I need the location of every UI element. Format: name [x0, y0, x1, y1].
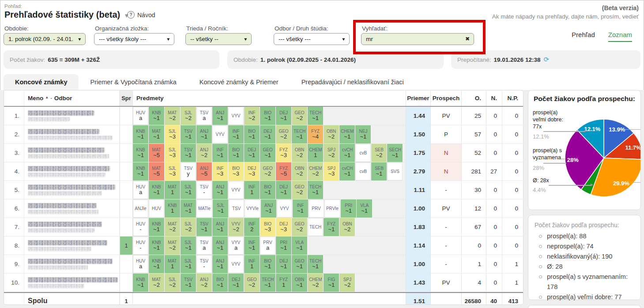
- subject-chip-SECH: SECH~1: [387, 144, 403, 162]
- subject-grade: -: [139, 245, 141, 251]
- subject-grade: ~1: [217, 189, 223, 195]
- result-cell: PV: [430, 274, 461, 292]
- np-cell: 0: [502, 144, 523, 162]
- table-row[interactable]: 4.KNB~1MAT~5SJL~3TSVyANJ~5INF~3BIO~3DEJ~…: [4, 162, 523, 181]
- subject-chip-TSV: TSVy: [181, 162, 196, 180]
- tab-3[interactable]: Koncové známky & Priemer: [188, 74, 290, 90]
- subject-chip-VYV: VYV: [212, 125, 228, 143]
- next-card-partial: [528, 305, 641, 308]
- table-row[interactable]: 10.KNB~1MAT~2SJL~2TSV~1ANJ~2BIO~1DEJ~1GE…: [4, 274, 523, 292]
- subject-chip-TSV: TSV-: [196, 255, 212, 273]
- n-cell: 0: [486, 125, 502, 143]
- odbor-scribble: [28, 284, 84, 288]
- stats-list-item: Ø: 28: [538, 262, 636, 272]
- view-option-zoznam[interactable]: Zoznam: [608, 31, 632, 42]
- table-row[interactable]: 6.ANJleHUVKNB1MAT~1MATleSJL~1TSVVYVleANJ…: [4, 199, 523, 218]
- subject-grade: ~3: [249, 171, 255, 177]
- name-scribble: [28, 203, 96, 208]
- name-scribble: [28, 259, 112, 264]
- anonymized-name: [28, 129, 119, 140]
- subject-chip-SJL: SJL~3: [165, 144, 180, 162]
- col-header-rownum: [4, 90, 24, 106]
- table-row[interactable]: 8.1HUV-KNB~1MAT~2SJL~1TSVaANJ~1VYVaINF~1…: [4, 237, 523, 255]
- subject-chip-CHEM: CHEM~2: [308, 274, 323, 292]
- filter-select-obdobie[interactable]: 1. polrok (02.09. - 24.01.▼: [4, 33, 86, 45]
- select-value-odbor-druh-studia: --- všetky ---: [274, 36, 338, 42]
- spr-cell: [120, 181, 133, 199]
- arrow-right-icon: [584, 130, 587, 132]
- subject-grade: ~1: [249, 134, 255, 140]
- view-option-prehlad[interactable]: Prehľad: [572, 31, 595, 42]
- subject-code: VYV: [231, 188, 240, 192]
- subjects-cell: KNB~1MAT~2SJL~2TSV~1ANJ~2BIO~1DEJ~1GEO~2…: [133, 274, 406, 292]
- info-value: 635 = 309M + 326Ž: [48, 56, 100, 63]
- pie-chart-card: Počet žiakov podľa prospechu: 13.9%11.7%…: [528, 90, 641, 210]
- info-value: 1. polrok (02.09.2025 - 24.01.2026): [260, 56, 356, 63]
- pie-leader-line: [543, 163, 566, 164]
- table-row[interactable]: 2.KNB~1MAT~1SJL~3TSV~1ANJ~1VYVINF~1BIO~1…: [4, 125, 523, 144]
- col-header-name[interactable]: Meno ▲ · Odbor: [24, 90, 120, 106]
- tab-2[interactable]: Priemer & Vypočítaná známka: [79, 74, 188, 90]
- subject-chip-DEJ: DEJ~1: [276, 255, 291, 273]
- np-cell: 1: [502, 255, 523, 273]
- page-title-dropdown[interactable]: Prehľadové štatistiky (beta)▼: [4, 10, 129, 20]
- help-link[interactable]: ? Návod: [127, 11, 155, 19]
- total-label: Spolu: [24, 293, 120, 305]
- select-value-obdobie: 1. polrok (02.09. - 24.01.: [4, 36, 74, 42]
- subject-chip-cvCH: cvCH~1: [339, 144, 355, 162]
- row-number: 9.: [4, 255, 24, 273]
- subject-grade: ~2: [169, 115, 176, 121]
- table-row[interactable]: 9.HUVaKNB~1MAT1SJL~1TSV-ANJ~1VYVINF1BIO~…: [4, 255, 523, 274]
- subject-grade: a: [139, 115, 142, 121]
- student-name-cell: [24, 144, 120, 162]
- clear-search-icon[interactable]: ✖: [465, 36, 470, 42]
- subject-grade: ~2: [185, 115, 192, 121]
- search-input[interactable]: [362, 34, 474, 45]
- subject-grade: 1: [171, 189, 174, 195]
- filter-select-odbor-druh-studia[interactable]: --- všetky ---▼: [274, 33, 350, 45]
- tab-4[interactable]: Prepadávajúci / neklasifikovaní žiaci: [290, 74, 415, 90]
- filter-select-trieda-rocnik[interactable]: -- všetky --▼: [185, 33, 252, 45]
- table-row[interactable]: 5.HUVaKNB~1MAT1SJL~1TSV-ANJ~1VYVINF1BIO~…: [4, 181, 523, 199]
- subject-grade: ~1: [217, 208, 224, 214]
- subject-chip-GEO: GEO~2: [260, 162, 275, 180]
- subject-grade: 1: [250, 189, 253, 195]
- subject-chip-TSV: TSV~1: [181, 144, 196, 162]
- table-row[interactable]: 1.HUVaKNB~1MAT~2SJL~2TSVaANJ~1VYVINF~2BI…: [4, 107, 523, 125]
- subject-chip-TECH: TECH~1: [292, 125, 307, 143]
- subject-grade: ~1: [249, 245, 255, 251]
- refresh-icon[interactable]: ⟳: [543, 56, 549, 64]
- subject-chip-SEB: SEB~1: [371, 162, 387, 180]
- subject-chip-PRVle: PRVle: [324, 199, 340, 218]
- table-row[interactable]: 3.KNB~1MAT~5SJL~3TSV~1ANJ~2INF~1BIO~1DEJ…: [4, 144, 523, 162]
- result-cell: -: [430, 218, 461, 236]
- row-number: 6.: [4, 199, 24, 218]
- subject-chip-SJL: SJL~3: [165, 162, 180, 180]
- col-header-o: O.: [461, 90, 486, 106]
- subject-chip-VYV: VYV: [228, 255, 244, 273]
- subject-grade: ~3: [280, 226, 287, 233]
- spr-cell: [120, 255, 133, 273]
- pie-callout-1: prospel(a)veľmi dobre:77x: [533, 109, 563, 130]
- anonymized-name: [28, 277, 119, 288]
- pie-callout-2: prospel(a) svyznamena…: [533, 147, 566, 161]
- tab-1[interactable]: Koncové známky: [4, 74, 79, 90]
- table-row[interactable]: 7.HUV-KNB~1MAT~2SJL~2TSV~1ANJ~1VYV~2INF2…: [4, 218, 523, 237]
- subject-code: HUV: [152, 206, 161, 211]
- filter-select-organizacna-zlozka[interactable]: --- všetky školy ---▼: [94, 33, 174, 45]
- subject-chip-INF: INF~1: [228, 125, 244, 143]
- name-scribble: [28, 129, 99, 134]
- subject-chip-OBN: OBN~1: [292, 274, 307, 292]
- row-filler: [324, 107, 406, 125]
- subject-chip-ANJ: ANJ~1: [261, 199, 276, 218]
- subject-grade: ~1: [185, 134, 192, 140]
- subject-chip-HUV: HUV-: [133, 237, 148, 255]
- subject-grade: ~1: [280, 263, 287, 270]
- subject-grade: ~1: [328, 226, 335, 233]
- callout-percent: 12.1%: [533, 133, 549, 140]
- n-cell: 0: [486, 107, 502, 125]
- subject-grade: ~1: [137, 152, 144, 158]
- subject-chip-GEO: GEO~2: [292, 181, 307, 199]
- result-cell: -: [430, 255, 461, 273]
- o-cell: 52: [461, 144, 486, 162]
